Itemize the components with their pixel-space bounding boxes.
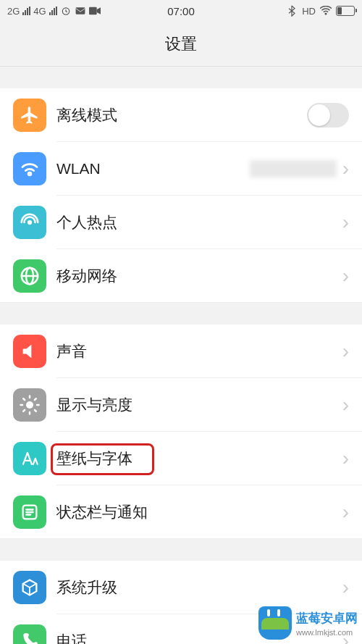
row-sound[interactable]: 声音 › — [0, 325, 362, 378]
wifi-icon — [320, 5, 332, 17]
row-hotspot[interactable]: 个人热点 › — [0, 196, 362, 249]
mail-icon — [75, 5, 86, 17]
cube-icon — [13, 571, 46, 604]
row-label: 声音 — [56, 341, 342, 361]
wlan-value-blurred — [250, 160, 337, 177]
row-wlan[interactable]: WLAN › — [0, 142, 362, 196]
phone-icon — [13, 624, 46, 644]
row-label: WLAN — [56, 160, 250, 177]
airplane-toggle[interactable] — [307, 103, 349, 127]
status-bar: 2G 4G 07:00 HD — [0, 0, 362, 22]
status-right: HD — [286, 5, 355, 17]
bluetooth-icon — [286, 5, 298, 17]
spacer — [0, 303, 362, 325]
chevron-right-icon: › — [342, 447, 349, 470]
watermark: 蓝莓安卓网 www.lmkjst.com — [258, 606, 358, 640]
row-label: 离线模式 — [56, 105, 307, 125]
chevron-right-icon: › — [342, 576, 349, 599]
brightness-icon — [13, 388, 46, 422]
row-label: 个人热点 — [56, 212, 342, 233]
watermark-text: 蓝莓安卓网 www.lmkjst.com — [296, 610, 358, 637]
chevron-right-icon: › — [342, 211, 349, 234]
settings-group-1: 离线模式 WLAN › 个人热点 › 移动网络 › — [0, 88, 362, 303]
row-label: 移动网络 — [56, 266, 342, 286]
watermark-logo — [258, 606, 292, 640]
chevron-right-icon: › — [342, 501, 349, 524]
chevron-right-icon: › — [342, 340, 349, 363]
status-time: 07:00 — [167, 5, 195, 17]
alarm-icon — [60, 5, 72, 17]
hotspot-icon — [13, 206, 46, 239]
font-icon — [13, 442, 46, 475]
chevron-right-icon: › — [342, 264, 349, 288]
row-wallpaper-font[interactable]: 壁纸与字体 › — [0, 432, 362, 485]
video-icon — [89, 5, 101, 17]
status-left: 2G 4G — [7, 5, 101, 17]
row-mobile-network[interactable]: 移动网络 › — [0, 249, 362, 303]
row-label: 状态栏与通知 — [56, 502, 342, 522]
globe-icon — [13, 259, 46, 293]
svg-point-3 — [28, 220, 32, 225]
list-icon — [13, 495, 46, 529]
watermark-title: 蓝莓安卓网 — [296, 610, 358, 627]
spacer — [0, 539, 362, 561]
signal-icon-1 — [22, 7, 30, 15]
signal-icon-2 — [49, 7, 57, 15]
row-label: 显示与亮度 — [56, 395, 342, 415]
svg-rect-1 — [75, 7, 85, 14]
row-label: 壁纸与字体 — [56, 448, 342, 469]
row-statusbar-notification[interactable]: 状态栏与通知 › — [0, 485, 362, 539]
watermark-url: www.lmkjst.com — [296, 628, 358, 637]
network-2g-label: 2G — [7, 6, 20, 17]
row-label: 系统升级 — [56, 577, 342, 598]
network-4g-label: 4G — [33, 6, 46, 17]
speaker-icon — [13, 335, 46, 368]
row-airplane-mode[interactable]: 离线模式 — [0, 88, 362, 142]
page-title: 设置 — [0, 22, 362, 67]
svg-rect-2 — [89, 7, 97, 15]
battery-icon — [336, 6, 355, 16]
hd-label: HD — [302, 6, 316, 17]
airplane-icon — [13, 99, 46, 132]
chevron-right-icon: › — [342, 157, 349, 180]
svg-point-6 — [26, 401, 33, 409]
chevron-right-icon: › — [342, 393, 349, 417]
wifi-settings-icon — [13, 152, 46, 185]
settings-group-2: 声音 › 显示与亮度 › 壁纸与字体 › 状态栏与通知 › — [0, 325, 362, 539]
spacer — [0, 67, 362, 88]
row-display[interactable]: 显示与亮度 › — [0, 378, 362, 432]
